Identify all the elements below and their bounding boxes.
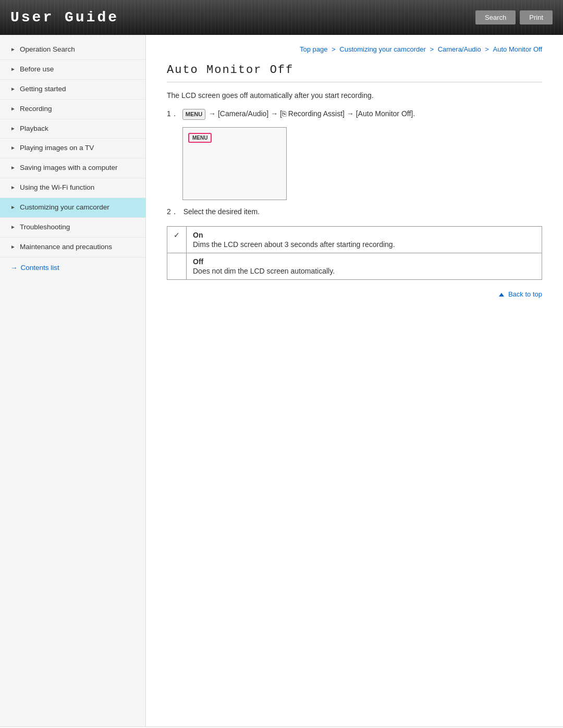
breadcrumb-separator: > xyxy=(430,45,435,53)
arrow-right-icon: → xyxy=(10,264,18,272)
sidebar-item-label: Saving images with a computer xyxy=(20,163,137,173)
arrow-icon: ► xyxy=(10,243,16,251)
sidebar-item-customizing[interactable]: ► Customizing your camcorder xyxy=(0,198,145,218)
sidebar-item-wifi[interactable]: ► Using the Wi-Fi function xyxy=(0,178,145,198)
arrow-icon: ► xyxy=(10,164,16,171)
sidebar-item-label: Before use xyxy=(20,65,137,75)
menu-tag: MENU xyxy=(182,109,205,120)
breadcrumb-top-page[interactable]: Top page xyxy=(300,45,328,53)
arrow-icon: ► xyxy=(10,144,16,152)
main-content: Top page > Customizing your camcorder > … xyxy=(146,35,563,726)
sidebar-item-label: Recording xyxy=(20,104,137,114)
sidebar-item-label: Maintenance and precautions xyxy=(20,242,137,252)
content-description: The LCD screen goes off automatically af… xyxy=(167,90,542,101)
arrow-icon: ► xyxy=(10,204,16,211)
option-on-content: On Dims the LCD screen about 3 seconds a… xyxy=(187,226,542,253)
option-on-description: Dims the LCD screen about 3 seconds afte… xyxy=(193,240,395,249)
arrow-icon: ► xyxy=(10,66,16,73)
option-off-row: Off Does not dim the LCD screen automati… xyxy=(167,253,542,279)
arrow-icon: ► xyxy=(10,46,16,53)
sidebar-item-label: Playback xyxy=(20,124,137,134)
search-button[interactable]: Search xyxy=(475,10,516,24)
option-on-title: On xyxy=(193,231,535,239)
print-button[interactable]: Print xyxy=(520,10,553,24)
contents-list-link[interactable]: → Contents list xyxy=(0,257,145,278)
option-off-title: Off xyxy=(193,257,535,266)
sidebar-item-maintenance[interactable]: ► Maintenance and precautions xyxy=(0,238,145,257)
page-title: Auto Monitor Off xyxy=(167,64,542,82)
option-off-content: Off Does not dim the LCD screen automati… xyxy=(187,253,542,279)
sidebar-item-label: Getting started xyxy=(20,84,137,94)
sidebar-item-getting-started[interactable]: ► Getting started xyxy=(0,80,145,100)
step1-number: 1． xyxy=(167,108,178,119)
sidebar-item-troubleshooting[interactable]: ► Troubleshooting xyxy=(0,218,145,238)
step2-number: 2． xyxy=(167,207,178,216)
sidebar-item-label: Customizing your camcorder xyxy=(20,203,137,213)
sidebar-item-label: Using the Wi-Fi function xyxy=(20,183,137,193)
options-table: ✓ On Dims the LCD screen about 3 seconds… xyxy=(167,226,542,280)
triangle-up-icon xyxy=(499,293,504,297)
option-off-description: Does not dim the LCD screen automaticall… xyxy=(193,267,335,275)
step1-content: MENU → [Camera/Audio] → [⎘︎ Recording As… xyxy=(182,108,415,120)
option-on-check: ✓ xyxy=(167,226,187,253)
option-off-check xyxy=(167,253,187,279)
camera-menu-button: MENU xyxy=(188,133,212,143)
step1: 1． MENU → [Camera/Audio] → [⎘︎ Recording… xyxy=(167,108,542,120)
sidebar-item-recording[interactable]: ► Recording xyxy=(0,100,145,119)
arrow-icon: ► xyxy=(10,85,16,93)
sidebar-item-before-use[interactable]: ► Before use xyxy=(0,60,145,80)
back-to-top[interactable]: Back to top xyxy=(167,290,542,298)
layout: ► Operation Search ► Before use ► Gettin… xyxy=(0,35,563,726)
step2-text-content: Select the desired item. xyxy=(183,207,260,216)
sidebar-item-playing-images-tv[interactable]: ► Playing images on a TV xyxy=(0,139,145,158)
step2: 2． Select the desired item. xyxy=(167,207,542,217)
sidebar-item-label: Playing images on a TV xyxy=(20,143,137,153)
breadcrumb-separator: > xyxy=(485,45,491,53)
contents-list-label: Contents list xyxy=(21,264,59,272)
sidebar-item-saving-images[interactable]: ► Saving images with a computer xyxy=(0,158,145,178)
step1-text: → [Camera/Audio] → [⎘︎ Recording Assist]… xyxy=(209,109,415,118)
header: User Guide Search Print xyxy=(0,0,563,35)
header-title: User Guide xyxy=(10,9,119,26)
breadcrumb-camera-audio[interactable]: Camera/Audio xyxy=(438,45,481,53)
breadcrumb-auto-monitor-off[interactable]: Auto Monitor Off xyxy=(493,45,542,53)
sidebar-item-label: Operation Search xyxy=(20,45,137,55)
arrow-icon: ► xyxy=(10,224,16,231)
option-on-row: ✓ On Dims the LCD screen about 3 seconds… xyxy=(167,226,542,253)
breadcrumb: Top page > Customizing your camcorder > … xyxy=(167,45,542,53)
arrow-icon: ► xyxy=(10,125,16,132)
header-buttons: Search Print xyxy=(475,10,553,24)
arrow-icon: ► xyxy=(10,184,16,191)
breadcrumb-customizing[interactable]: Customizing your camcorder xyxy=(339,45,425,53)
sidebar-item-operation-search[interactable]: ► Operation Search xyxy=(0,40,145,60)
breadcrumb-separator: > xyxy=(332,45,337,53)
sidebar-item-label: Troubleshooting xyxy=(20,223,137,232)
sidebar-item-playback[interactable]: ► Playback xyxy=(0,119,145,139)
back-to-top-label: Back to top xyxy=(508,290,542,298)
arrow-icon: ► xyxy=(10,105,16,113)
sidebar: ► Operation Search ► Before use ► Gettin… xyxy=(0,35,146,726)
camera-screen-image: MENU xyxy=(182,127,287,200)
